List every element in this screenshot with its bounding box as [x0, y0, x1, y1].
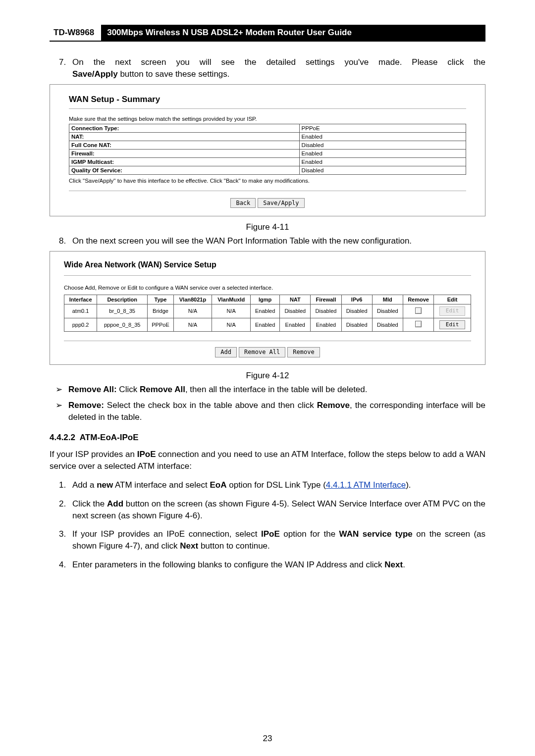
step-ipoe-3: If your ISP provides an IPoE connection,… [68, 528, 485, 552]
step-ipoe-1: Add a new ATM interface and select EoA o… [68, 479, 485, 491]
bullet-text: Click [117, 385, 140, 394]
section-num: 4.4.2.2 [50, 433, 75, 442]
wan-cell: Enabled [280, 318, 311, 332]
wan-cell: Disabled [341, 304, 372, 318]
wan-cell: Enabled [251, 304, 280, 318]
wan-cell: br_0_8_35 [97, 304, 148, 318]
summary-value: Enabled [299, 157, 466, 166]
bullet-bold: Remove [317, 401, 350, 410]
page-header: TD-W8968 300Mbps Wireless N USB ADSL2+ M… [50, 25, 485, 42]
wan-cell: atm0.1 [64, 304, 97, 318]
step-7: On the next screen you will see the deta… [68, 56, 485, 80]
fig11-title: WAN Setup - Summary [69, 95, 466, 104]
wan-hdr: Firewall [311, 295, 341, 304]
back-button[interactable]: Back [230, 198, 256, 208]
wan-remove-cell [403, 304, 433, 318]
step-8-text: On the next screen you will see the WAN … [72, 236, 412, 246]
wan-cell: ppp0.2 [64, 318, 97, 332]
summary-value: Enabled [299, 149, 466, 157]
fig12-caption: Figure 4-12 [50, 371, 485, 381]
bullet-bold: Remove All [140, 385, 185, 394]
remove-checkbox[interactable] [415, 307, 422, 314]
wan-hdr: IPv6 [341, 295, 372, 304]
wan-cell: Disabled [372, 304, 403, 318]
wan-hdr: Description [97, 295, 148, 304]
summary-table: Connection Type:PPPoE NAT:Enabled Full C… [69, 124, 466, 175]
summary-label: Connection Type: [69, 124, 300, 132]
wan-remove-cell [403, 318, 433, 332]
step-ipoe-2: Click the Add button on the screen (as s… [68, 498, 485, 522]
step-ipoe-4: Enter parameters in the following blanks… [68, 559, 485, 571]
remove-button[interactable]: Remove [287, 347, 320, 357]
fig11-footnote: Click "Save/Apply" to have this interfac… [69, 178, 466, 184]
intro-text: If your ISP provides an [50, 450, 137, 459]
summary-value: Enabled [299, 132, 466, 141]
add-button[interactable]: Add [215, 347, 237, 357]
wan-hdr: Type [148, 295, 174, 304]
edit-button[interactable]: Edit [439, 320, 466, 330]
wan-cell: pppoe_0_8_35 [97, 318, 148, 332]
wan-hdr: VlanMuxId [212, 295, 251, 304]
wan-cell: Enabled [251, 318, 280, 332]
step-7-text-c: button to save these settings. [118, 69, 230, 79]
edit-button-disabled: Edit [439, 306, 466, 316]
wan-edit-cell: Edit [434, 304, 471, 318]
summary-label: Firewall: [69, 149, 300, 157]
summary-value: Disabled [299, 166, 466, 174]
wan-edit-cell: Edit [434, 318, 471, 332]
step-8: On the next screen you will see the WAN … [68, 235, 485, 247]
wan-hdr: Vlan8021p [173, 295, 212, 304]
bullet-text: Select the check box in the table above … [104, 401, 317, 410]
figure-4-11-box: WAN Setup - Summary Make sure that the s… [50, 84, 485, 217]
section-heading: 4.4.2.2 ATM-EoA-IPoE [50, 433, 485, 443]
wan-hdr: Mld [372, 295, 403, 304]
intro-para: If your ISP provides an IPoE connection … [50, 449, 485, 472]
wan-hdr: Interface [64, 295, 97, 304]
wan-cell: Enabled [311, 318, 341, 332]
wan-cell: N/A [212, 304, 251, 318]
bullet-label: Remove All: [68, 385, 117, 394]
wan-cell: N/A [212, 318, 251, 332]
fig12-title: Wide Area Network (WAN) Service Setup [64, 260, 471, 269]
wan-hdr: Edit [434, 295, 471, 304]
wan-cell: Disabled [372, 318, 403, 332]
fig12-note: Choose Add, Remove or Edit to configure … [64, 285, 471, 291]
summary-label: NAT: [69, 132, 300, 141]
wan-hdr: Igmp [251, 295, 280, 304]
wan-cell: Disabled [311, 304, 341, 318]
summary-label: Quality Of Service: [69, 166, 300, 174]
wan-cell: PPPoE [148, 318, 174, 332]
bullet-remove: Remove: Select the check box in the tabl… [52, 400, 485, 423]
page-number: 23 [0, 734, 535, 744]
save-apply-button[interactable]: Save/Apply [258, 198, 304, 208]
wan-cell: Bridge [148, 304, 174, 318]
wan-row: ppp0.2 pppoe_0_8_35 PPPoE N/A N/A Enable… [64, 318, 471, 332]
bullet-label: Remove: [68, 401, 104, 410]
summary-value: PPPoE [299, 124, 466, 132]
atm-interface-link[interactable]: 4.4.1.1 ATM Interface [326, 480, 406, 490]
intro-bold: IPoE [137, 450, 156, 459]
wan-hdr: NAT [280, 295, 311, 304]
section-title: ATM-EoA-IPoE [80, 433, 139, 442]
remove-checkbox[interactable] [415, 321, 422, 327]
wan-hdr: Remove [403, 295, 433, 304]
bullet-text: , then all the interface in the table wi… [185, 385, 368, 394]
summary-label: IGMP Multicast: [69, 157, 300, 166]
wan-cell: N/A [173, 304, 212, 318]
remove-all-button[interactable]: Remove All [239, 347, 285, 357]
bullet-remove-all: Remove All: Click Remove All, then all t… [52, 384, 485, 396]
summary-value: Disabled [299, 141, 466, 149]
wan-table: Interface Description Type Vlan8021p Vla… [64, 295, 471, 332]
wan-cell: Disabled [341, 318, 372, 332]
step-7-text-a: On the next screen you will see the deta… [72, 57, 485, 67]
wan-cell: Disabled [280, 304, 311, 318]
header-model: TD-W8968 [50, 25, 101, 41]
step-7-bold: Save/Apply [72, 69, 118, 79]
wan-row: atm0.1 br_0_8_35 Bridge N/A N/A Enabled … [64, 304, 471, 318]
figure-4-12-box: Wide Area Network (WAN) Service Setup Ch… [50, 251, 485, 365]
header-title: 300Mbps Wireless N USB ADSL2+ Modem Rout… [101, 25, 485, 41]
summary-label: Full Cone NAT: [69, 141, 300, 149]
fig11-note: Make sure that the settings below match … [69, 116, 466, 122]
fig11-caption: Figure 4-11 [50, 222, 485, 232]
wan-cell: N/A [173, 318, 212, 332]
